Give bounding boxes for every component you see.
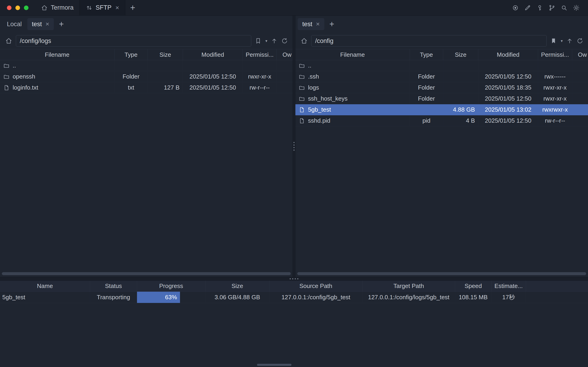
column-header-type[interactable]: Type	[114, 49, 148, 60]
tab-test[interactable]: test ×	[298, 18, 324, 30]
cell-modified: 2025/01/05 13:02	[478, 104, 538, 115]
vertical-splitter[interactable]	[293, 16, 295, 277]
scrollbar-thumb[interactable]	[2, 272, 291, 275]
folder-icon	[3, 62, 10, 69]
close-window-button[interactable]	[7, 6, 11, 10]
cell-filename: ssh_host_keys	[295, 93, 410, 104]
tab-label: test	[32, 21, 42, 28]
tab-local[interactable]: Local	[2, 18, 26, 30]
key-icon[interactable]	[536, 4, 543, 11]
edit-icon[interactable]	[524, 4, 531, 11]
folder-icon	[3, 74, 10, 80]
column-header-progress[interactable]: Progress	[137, 281, 205, 292]
refresh-icon	[281, 37, 288, 44]
file-row[interactable]: sshd.pid pid 4 B 2025/01/05 12:50 rw-r--…	[295, 115, 588, 126]
refresh-button[interactable]	[281, 37, 288, 44]
transfers-scrollbar-thumb[interactable]	[257, 364, 291, 366]
new-session-tab-button[interactable]: +	[325, 19, 338, 29]
column-header-size[interactable]: Size	[205, 281, 269, 292]
progress-label: 63%	[165, 294, 177, 301]
path-input[interactable]	[16, 35, 251, 47]
column-header-modified[interactable]: Modified	[183, 49, 243, 60]
new-tab-button[interactable]: +	[125, 0, 140, 15]
minimize-window-button[interactable]	[15, 6, 20, 10]
cell-filename: ..	[0, 60, 114, 71]
splitter-grip-icon[interactable]	[290, 278, 298, 280]
column-header-status[interactable]: Status	[90, 281, 137, 292]
tab-sftp[interactable]: SFTP ×	[79, 0, 125, 15]
file-row[interactable]: logs Folder 2025/01/05 18:35 rwxr-xr-x	[295, 82, 588, 93]
file-row[interactable]: openssh Folder 2025/01/05 12:50 rwxr-xr-…	[0, 71, 293, 82]
home-button[interactable]	[300, 37, 308, 45]
chevron-down-icon[interactable]: ▾	[265, 39, 267, 43]
chevron-down-icon[interactable]: ▾	[561, 39, 563, 43]
cell-source-path: 127.0.0.1:/config/5gb_test	[269, 292, 363, 303]
path-input[interactable]	[311, 35, 547, 47]
left-file-table: Filename Type Size Modified Permissi... …	[0, 49, 293, 93]
column-header-permissions[interactable]: Permissi...	[243, 49, 277, 60]
cell-size	[443, 82, 478, 93]
filename-label: openssh	[13, 73, 35, 80]
close-tab-icon[interactable]: ×	[316, 21, 320, 27]
file-row-parent[interactable]: ..	[295, 60, 588, 71]
close-tab-icon[interactable]: ×	[115, 5, 119, 11]
column-header-owner[interactable]: Ow	[277, 49, 293, 60]
cell-permissions: rw-r--r--	[538, 115, 572, 126]
search-icon[interactable]	[561, 4, 568, 11]
column-header-source-path[interactable]: Source Path	[269, 281, 363, 292]
cell-permissions: rwxr-xr-x	[538, 93, 572, 104]
zoom-window-button[interactable]	[24, 6, 28, 10]
scrollbar-thumb[interactable]	[297, 272, 586, 275]
titlebar-actions	[512, 0, 588, 15]
cell-filename: 5gb_test	[295, 104, 410, 115]
cell-type: txt	[114, 82, 148, 93]
refresh-button[interactable]	[577, 37, 583, 44]
column-header-filename[interactable]: Filename	[0, 49, 114, 60]
column-header-estimate[interactable]: Estimate...	[491, 281, 526, 292]
column-header-size[interactable]: Size	[148, 49, 183, 60]
left-horizontal-scrollbar	[0, 271, 293, 277]
file-row-selected[interactable]: 5gb_test 4.88 GB 2025/01/05 13:02 rwxrwx…	[295, 104, 588, 115]
column-header-owner[interactable]: Ow	[572, 49, 588, 60]
tab-test[interactable]: test ×	[27, 18, 54, 30]
bookmark-button[interactable]	[550, 37, 557, 44]
cell-permissions	[538, 60, 572, 71]
transfer-icon	[86, 4, 93, 11]
column-header-permissions[interactable]: Permissi...	[538, 49, 572, 60]
column-header-type[interactable]: Type	[410, 49, 443, 60]
tab-termora-home[interactable]: Termora	[35, 0, 79, 15]
home-button[interactable]	[5, 37, 12, 45]
close-tab-icon[interactable]: ×	[45, 21, 49, 27]
parent-directory-button[interactable]	[271, 37, 278, 44]
file-row[interactable]: loginfo.txt txt 127 B 2025/01/05 12:50 r…	[0, 82, 293, 93]
cell-permissions: rw-r--r--	[243, 82, 277, 93]
left-pathbar: ▾	[0, 33, 293, 49]
cell-filename: ..	[295, 60, 410, 71]
file-icon	[298, 107, 305, 113]
settings-icon[interactable]	[573, 4, 580, 11]
cell-modified: 2025/01/05 12:50	[478, 93, 538, 104]
cell-type: Folder	[114, 71, 148, 82]
column-header-speed[interactable]: Speed	[455, 281, 491, 292]
cell-owner	[277, 60, 293, 71]
branch-icon[interactable]	[548, 4, 555, 11]
transfer-row[interactable]: 5gb_test Transporting 63% 3.06 GB/4.88 G…	[0, 292, 588, 303]
column-header-size[interactable]: Size	[443, 49, 478, 60]
horizontal-splitter[interactable]	[0, 277, 588, 281]
new-session-tab-button[interactable]: +	[55, 19, 68, 29]
column-header-filename[interactable]: Filename	[295, 49, 410, 60]
file-row[interactable]: .ssh Folder 2025/01/05 12:50 rwx------	[295, 71, 588, 82]
column-header-target-path[interactable]: Target Path	[363, 281, 455, 292]
cell-size: 127 B	[148, 82, 183, 93]
splitter-grip-icon[interactable]	[294, 142, 295, 151]
file-row-parent[interactable]: ..	[0, 60, 293, 71]
parent-directory-button[interactable]	[566, 37, 573, 44]
column-header-name[interactable]: Name	[0, 281, 90, 292]
right-pathbar: ▾	[295, 33, 588, 49]
file-row[interactable]: ssh_host_keys Folder 2025/01/05 12:50 rw…	[295, 93, 588, 104]
record-icon[interactable]	[512, 4, 519, 11]
column-header-modified[interactable]: Modified	[478, 49, 538, 60]
bookmark-button[interactable]	[255, 37, 262, 44]
cell-type	[410, 60, 443, 71]
right-pane: test × + ▾ Filename Type Size Modified	[295, 16, 588, 277]
